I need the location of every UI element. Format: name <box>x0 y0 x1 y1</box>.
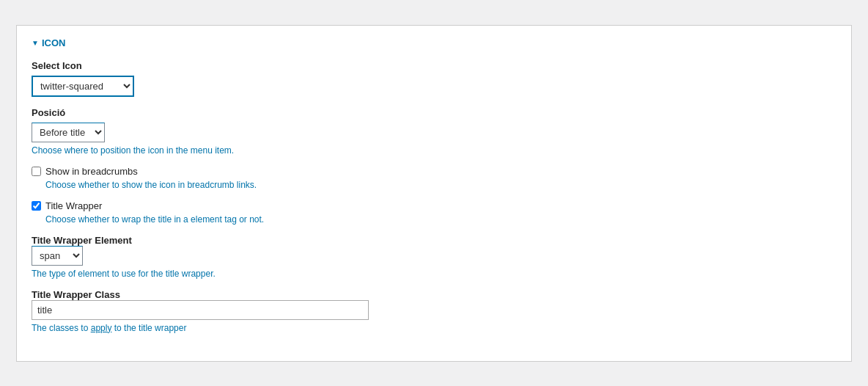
posicio-dropdown[interactable]: Before title After title <box>32 123 105 142</box>
show-in-breadcrumbs-hint: Choose whether to show the icon in bread… <box>45 180 836 190</box>
select-icon-dropdown[interactable]: twitter-squared facebook github linkedin… <box>32 76 134 97</box>
collapse-arrow[interactable]: ▼ <box>32 39 39 47</box>
icon-panel: ▼ ICON Select Icon twitter-squared faceb… <box>16 25 852 362</box>
posicio-group: Posició Before title After title Choose … <box>32 107 836 156</box>
posicio-label: Posició <box>32 107 836 118</box>
title-wrapper-element-group: Title Wrapper Element span div p h1 h2 h… <box>32 235 836 279</box>
title-wrapper-class-group: Title Wrapper Class The classes to apply… <box>32 289 836 333</box>
title-wrapper-element-dropdown[interactable]: span div p h1 h2 h3 <box>32 246 83 266</box>
title-wrapper-row: Title Wrapper <box>32 200 836 211</box>
select-icon-group: Select Icon twitter-squared facebook git… <box>32 60 836 97</box>
title-wrapper-checkbox[interactable] <box>32 201 41 211</box>
title-wrapper-element-hint: The type of element to use for the title… <box>32 269 836 279</box>
select-icon-label: Select Icon <box>32 60 836 71</box>
show-in-breadcrumbs-group: Show in breadcrumbs Choose whether to sh… <box>32 166 836 190</box>
title-wrapper-class-input[interactable] <box>32 300 369 320</box>
show-in-breadcrumbs-row: Show in breadcrumbs <box>32 166 836 177</box>
hint-prefix: The classes to <box>32 323 91 333</box>
title-wrapper-group: Title Wrapper Choose whether to wrap the… <box>32 200 836 225</box>
title-wrapper-label: Title Wrapper <box>45 200 102 211</box>
title-wrapper-class-label: Title Wrapper Class <box>32 289 120 300</box>
hint-link[interactable]: apply <box>91 323 112 333</box>
section-title: ICON <box>42 37 66 48</box>
show-in-breadcrumbs-label: Show in breadcrumbs <box>45 166 138 177</box>
show-in-breadcrumbs-checkbox[interactable] <box>32 167 41 176</box>
hint-suffix: to the title wrapper <box>111 323 186 333</box>
title-wrapper-class-hint: The classes to apply to the title wrappe… <box>32 323 836 333</box>
section-header: ▼ ICON <box>32 37 836 48</box>
posicio-hint: Choose where to position the icon in the… <box>32 145 836 156</box>
title-wrapper-hint: Choose whether to wrap the title in a el… <box>45 214 836 225</box>
title-wrapper-element-label: Title Wrapper Element <box>32 235 132 246</box>
